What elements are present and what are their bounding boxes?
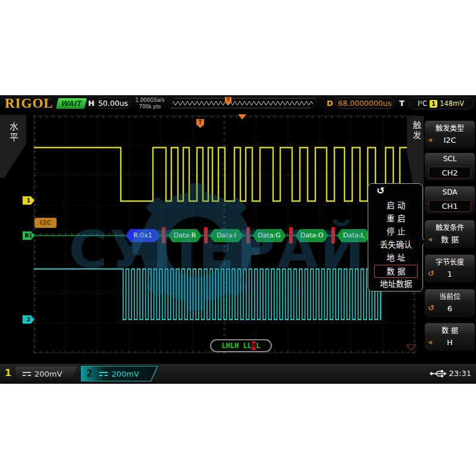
decode-frame-data-i[interactable]: Data:I <box>209 229 243 242</box>
trigger-menu-sidebar: 触发类型I2C◀SCLCH2SDACH1触发条件数 据◀字节长度1↺当前位6↺数… <box>424 113 476 363</box>
ch2-trace <box>34 269 415 320</box>
dc-coupling-icon <box>99 372 108 376</box>
pattern-suffix: L <box>256 342 260 350</box>
trigger-bus-type: I²C <box>418 99 427 108</box>
arrow-left-icon: ◀ <box>428 236 432 242</box>
dimmed-marker-triangle-icon <box>406 345 416 351</box>
sidebar-item-5[interactable]: 当前位6↺ <box>425 289 475 317</box>
pattern-current-bit: H <box>252 342 256 350</box>
rotate-knob-icon: ↺ <box>428 303 434 312</box>
top-status-bar: RIGOL WAIT H 50.00us 1.000GSa/s 700k pts… <box>0 95 476 112</box>
preview-zigzag <box>171 99 315 108</box>
popup-item-0[interactable]: 启 动 <box>374 199 418 212</box>
trigger-label: T <box>399 99 405 108</box>
bottom-status-bar: 1 200mV 2 200mV <box>0 364 476 384</box>
sidebar-item-label: 字节长度 <box>425 256 475 267</box>
waveform-preview-strip[interactable] <box>170 98 315 108</box>
ch1-number[interactable]: 1 <box>5 367 11 378</box>
popup-item-5[interactable]: 数 据 <box>374 265 418 278</box>
sidebar-item-1[interactable]: SCLCH2 <box>425 153 475 181</box>
popup-item-2[interactable]: 停 止 <box>374 226 418 239</box>
dc-coupling-icon <box>23 372 31 376</box>
decode-frame-r-0x1[interactable]: R:0x1 <box>126 229 160 242</box>
trigger-source-badge: 1 <box>430 100 437 108</box>
ch2-number: 2 <box>82 368 96 379</box>
bus-protocol-badge[interactable]: I2C <box>35 218 57 228</box>
rotate-knob-icon: ↺ <box>428 269 434 278</box>
sample-rate: 1.000GSa/s <box>133 97 167 104</box>
tab-trigger-label: 触发 <box>411 121 422 141</box>
trigger-delay-value[interactable]: 68.0000000us <box>335 98 394 109</box>
decode-stop-mark <box>289 227 293 243</box>
sidebar-item-label: 数 据 <box>425 325 475 335</box>
rigol-logo: RIGOL <box>5 96 54 111</box>
trigger-info-box[interactable]: I²C 1 148mV <box>408 98 474 109</box>
decode-stop-mark <box>331 227 335 243</box>
sidebar-item-4[interactable]: 字节长度1↺ <box>425 255 475 283</box>
decode-frame-data-r[interactable]: Data:R <box>168 229 202 242</box>
sidebar-item-value: 数 据 <box>428 234 471 246</box>
sidebar-item-label: 当前位 <box>425 291 475 301</box>
sidebar-item-value: H <box>428 337 471 349</box>
timebase-value[interactable]: 50.00us <box>95 98 131 109</box>
sample-rate-block: 1.000GSa/s 700k pts <box>133 97 167 110</box>
sidebar-item-value: CH1 <box>428 200 471 212</box>
decode-stop-mark <box>162 227 165 243</box>
popup-item-1[interactable]: 重 启 <box>374 212 418 226</box>
popup-item-3[interactable]: 丢失确认 <box>374 239 418 252</box>
ch2-scale-value: 200mV <box>111 369 139 378</box>
decode-stop-mark <box>204 227 208 243</box>
memory-depth: 700k pts <box>133 104 167 110</box>
popup-item-4[interactable]: 地 址 <box>374 252 418 265</box>
tab-horizontal-label: 水平 <box>7 122 20 143</box>
ch1-scale-box[interactable]: 200mV <box>15 367 77 381</box>
sidebar-item-6[interactable]: 数 据H◀ <box>425 323 475 351</box>
oscilloscope-screen: RIGOL WAIT H 50.00us 1.000GSa/s 700k pts… <box>0 95 476 384</box>
sidebar-item-3[interactable]: 触发条件数 据◀ <box>425 220 475 248</box>
delay-label: D <box>327 99 333 108</box>
sidebar-item-value: I2C <box>428 134 471 146</box>
clock-time: 23:31 <box>449 369 471 378</box>
acquisition-status-badge: WAIT <box>56 98 87 109</box>
ch1-trace <box>34 148 415 201</box>
ch2-scale-box[interactable]: 2 200mV <box>81 366 159 381</box>
rotate-knob-icon: ↺ <box>377 185 384 196</box>
data-select-popup-menu: ↺ 启 动重 启停 止丢失确认地 址数 据地址数据 <box>368 183 423 292</box>
pattern-prefix: LHLH LL <box>221 342 252 350</box>
screenshot-page: RIGOL WAIT H 50.00us 1.000GSa/s 700k pts… <box>0 0 476 476</box>
sidebar-item-label: 触发类型 <box>425 123 475 133</box>
arrow-left-icon: ◀ <box>428 339 432 345</box>
sidebar-item-label: SCL <box>425 155 475 163</box>
data-pattern-badge: LHLH LLHL <box>210 339 272 352</box>
sidebar-item-value: CH2 <box>428 167 471 178</box>
sidebar-item-0[interactable]: 触发类型I2C◀ <box>425 121 475 149</box>
decode-frame-data-o[interactable]: Data:O <box>295 229 328 242</box>
horizontal-label: H <box>88 99 95 108</box>
sidebar-item-2[interactable]: SDACH1 <box>425 186 475 214</box>
arrow-left-icon: ◀ <box>428 137 432 143</box>
popup-item-6[interactable]: 地址数据 <box>374 278 418 291</box>
decode-stop-mark <box>246 227 250 243</box>
ch1-scale-value: 200mV <box>35 369 62 378</box>
sidebar-item-label: SDA <box>425 188 475 196</box>
sidebar-item-value: 1 <box>428 268 471 280</box>
sidebar-item-value: 6 <box>428 303 471 315</box>
decode-frame-data-l[interactable]: Data:L <box>337 229 371 242</box>
usb-icon <box>430 369 447 378</box>
decode-frame-data-g[interactable]: Data:G <box>252 229 286 242</box>
sidebar-item-label: 触发条件 <box>425 222 475 232</box>
trigger-level-value: 148mV <box>440 99 464 108</box>
trigger-position-triangle-icon[interactable] <box>238 114 246 120</box>
